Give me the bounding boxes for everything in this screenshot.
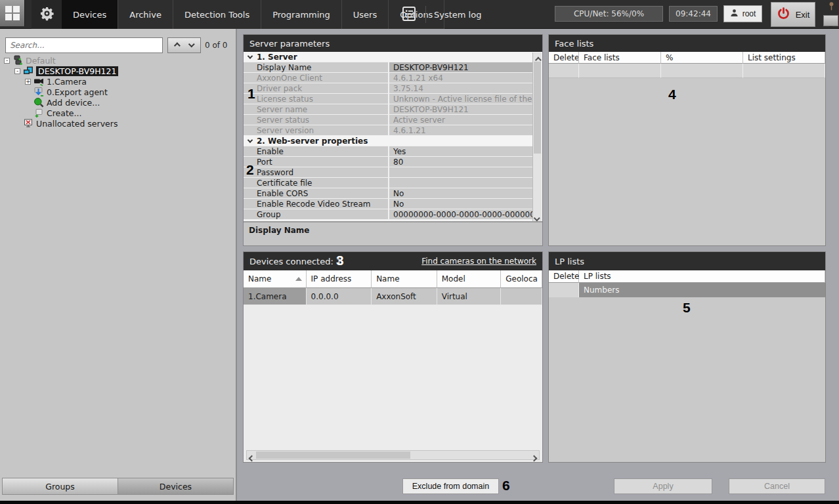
column-header-name[interactable]: Name	[372, 270, 437, 288]
property-label: Display Name	[244, 62, 389, 72]
property-value[interactable]: DESKTOP-BV9H121	[389, 62, 532, 72]
face-cell-list-settings[interactable]	[743, 64, 825, 78]
lp-lists-panel: LP lists DeleteLP listsNumbers	[548, 251, 826, 463]
system-log-icon	[400, 5, 418, 24]
clock: 09:42:44	[669, 6, 718, 22]
property-label: Enable	[244, 146, 389, 156]
exit-button[interactable]: Exit	[771, 2, 815, 27]
column-header-name[interactable]: Name	[244, 270, 307, 288]
tree-item-unallocated-servers[interactable]: Unallocated servers	[3, 118, 233, 129]
layout-grid-icon	[5, 6, 20, 20]
tab-programming[interactable]: Programming	[261, 0, 342, 29]
property-row-server-name: Server nameDESKTOP-BV9H121	[244, 104, 532, 115]
tree-item-create[interactable]: Create...	[3, 108, 233, 118]
column-header-model[interactable]: Model	[437, 270, 502, 288]
tree-item-1-camera[interactable]: +1.Camera	[3, 76, 233, 87]
column-label: IP address	[311, 274, 352, 284]
property-value[interactable]: No	[389, 188, 532, 198]
search-prev-button[interactable]	[167, 37, 184, 53]
column-header-[interactable]: %	[661, 52, 743, 64]
tab-archive[interactable]: Archive	[118, 0, 173, 29]
property-value[interactable]	[389, 178, 532, 188]
tree-item-label: Unallocated servers	[36, 119, 118, 129]
property-row-certificate-file: Certificate file	[244, 178, 532, 188]
settings-tab[interactable]	[32, 0, 62, 29]
tab-devices[interactable]: Devices	[62, 0, 118, 29]
devices-horizontal-scrollbar[interactable]	[246, 450, 540, 460]
export-agent-icon	[33, 87, 44, 97]
device-cell-model[interactable]: Virtual	[437, 288, 502, 305]
property-value[interactable]: 80	[389, 157, 532, 167]
property-grid-scrollbar[interactable]	[532, 52, 542, 222]
column-header-list-settings[interactable]: List settings	[743, 52, 825, 64]
column-header-ip-address[interactable]: IP address	[307, 270, 372, 288]
pin-panel-button[interactable]	[825, 1, 838, 13]
device-cell-geoloca[interactable]	[501, 288, 542, 305]
lp-lists-table: DeleteLP listsNumbers	[549, 270, 825, 297]
face-cell-face-lists[interactable]	[579, 64, 661, 78]
property-value[interactable]	[389, 167, 532, 177]
find-cameras-link[interactable]: Find cameras on the network	[421, 257, 536, 266]
expander-collapse-icon[interactable]: -	[4, 58, 10, 64]
scrollbar-thumb[interactable]	[256, 452, 410, 459]
server-parameters-panel: Server parameters 1. ServerDisplay NameD…	[243, 34, 543, 246]
cancel-button[interactable]: Cancel	[729, 478, 825, 494]
device-cell-ip-address[interactable]: 0.0.0.0	[307, 288, 372, 305]
scroll-up-icon[interactable]	[535, 55, 540, 60]
sort-ascending-icon	[295, 277, 302, 281]
search-next-button[interactable]	[184, 37, 201, 53]
tree-item-desktop-bv9h121[interactable]: -DESKTOP-BV9H121	[3, 66, 233, 76]
apply-button[interactable]: Apply	[614, 478, 712, 494]
lp-cell-delete[interactable]	[549, 283, 579, 297]
column-label: Name	[248, 274, 271, 284]
user-menu-button[interactable]: root	[723, 5, 762, 22]
property-value[interactable]: Yes	[389, 146, 532, 156]
main-tabs: DevicesArchiveDetection ToolsProgramming…	[62, 0, 444, 29]
search-input[interactable]	[5, 37, 163, 53]
expander-collapse-icon[interactable]: -	[14, 68, 20, 74]
lp-cell-lp-lists[interactable]: Numbers	[579, 283, 825, 297]
column-header-delete[interactable]: Delete	[549, 270, 579, 283]
section-collapse-icon[interactable]	[247, 53, 253, 58]
layouts-button[interactable]	[0, 0, 25, 26]
property-row-license-status: License statusUnknown - Active license f…	[244, 94, 532, 104]
exclude-from-domain-button[interactable]: Exclude from domain	[402, 478, 499, 494]
property-row-server-status: Server statusActive server	[244, 115, 532, 125]
face-cell-delete[interactable]	[549, 64, 579, 78]
property-section-2-web-server-properties[interactable]: 2. Web-server properties	[244, 136, 532, 146]
property-section-1-server[interactable]: 1. Server	[244, 52, 532, 62]
system-log-tab[interactable]: System log	[391, 0, 490, 29]
scroll-right-icon[interactable]	[532, 453, 536, 458]
property-value[interactable]: 00000000-0000-0000-0000-000000000000	[389, 209, 532, 219]
tab-detection-tools[interactable]: Detection Tools	[173, 0, 261, 29]
face-lists-title: Face lists	[555, 39, 593, 49]
property-value: Unknown - Active license file of the	[389, 94, 532, 104]
lp-list-row[interactable]: Numbers	[549, 283, 825, 297]
device-cell-name[interactable]: 1.Camera	[244, 288, 307, 305]
tree-item-default[interactable]: -Default	[3, 55, 233, 66]
expander-expand-icon[interactable]: +	[25, 79, 31, 85]
device-tree-sidebar: 0 of 0 -Default-DESKTOP-BV9H121+1.Camera…	[0, 29, 237, 501]
column-header-face-lists[interactable]: Face lists	[579, 52, 661, 64]
column-header-delete[interactable]: Delete	[549, 52, 579, 64]
scrollbar-thumb[interactable]	[534, 62, 541, 154]
tree-item-add-device[interactable]: Add device...	[3, 97, 233, 108]
tree-item-0-export-agent[interactable]: 0.Export agent	[3, 87, 233, 97]
minimize-panel-button[interactable]: _	[823, 15, 838, 26]
device-row[interactable]: 1.Camera0.0.0.0AxxonSoftVirtual	[244, 288, 542, 305]
face-list-row[interactable]	[549, 64, 825, 78]
tab-groups[interactable]: Groups	[3, 478, 118, 494]
column-header-geoloca[interactable]: Geoloca	[501, 270, 542, 288]
face-cell-[interactable]	[661, 64, 743, 78]
scroll-left-icon[interactable]	[249, 453, 254, 458]
tree-item-label: DESKTOP-BV9H121	[36, 66, 118, 76]
scroll-down-icon[interactable]	[535, 215, 540, 219]
column-header-lp-lists[interactable]: LP lists	[579, 270, 825, 283]
property-value[interactable]: No	[389, 199, 532, 209]
section-collapse-icon[interactable]	[247, 137, 253, 142]
device-cell-name[interactable]: AxxonSoft	[372, 288, 437, 305]
property-row-enable: EnableYes	[244, 146, 532, 157]
tree-item-label: Default	[26, 56, 56, 66]
tab-users[interactable]: Users	[342, 0, 389, 29]
tab-devices[interactable]: Devices	[118, 478, 233, 494]
